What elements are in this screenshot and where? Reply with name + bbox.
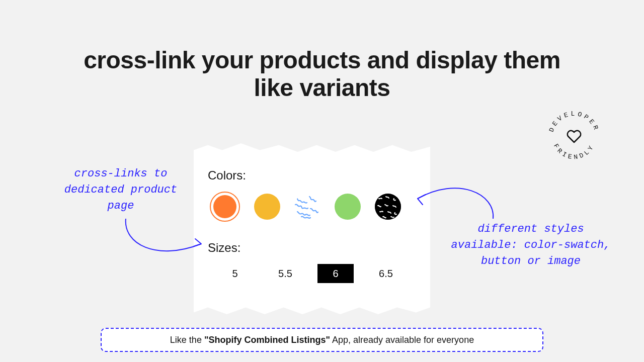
size-option-selected[interactable]: 6 (317, 264, 354, 283)
color-swatch-yellow[interactable] (254, 194, 280, 220)
color-swatch-orange[interactable] (210, 192, 240, 222)
color-swatch-black-pattern[interactable] (375, 194, 401, 220)
page-headline: cross-link your products and display the… (70, 46, 574, 102)
color-swatch-row (210, 192, 415, 222)
sizes-label: Sizes: (208, 241, 415, 255)
product-variant-card: Colors: (194, 143, 430, 314)
annotation-styles: different styles available: color-swatch… (443, 221, 619, 269)
color-swatch-green[interactable] (335, 194, 361, 220)
annotation-crosslink: cross-links to dedicated product page (55, 166, 186, 214)
svg-text:FRIENDLY: FRIENDLY (552, 142, 596, 161)
size-option[interactable]: 6.5 (368, 264, 404, 283)
svg-text:DEVELOPER: DEVELOPER (547, 110, 600, 133)
heart-icon (568, 131, 581, 142)
size-row: 5 5.5 6 6.5 (217, 264, 415, 283)
arrow-right-icon (413, 173, 498, 224)
footer-callout: Like the "Shopify Combined Listings" App… (101, 328, 543, 352)
colors-label: Colors: (208, 168, 415, 183)
arrow-left-icon (121, 216, 211, 266)
footer-suffix: App, already available for everyone (330, 335, 474, 345)
color-swatch-blue-pattern[interactable] (294, 194, 320, 220)
developer-friendly-badge: DEVELOPER FRIENDLY (546, 110, 602, 165)
footer-prefix: Like the (170, 335, 204, 345)
size-option[interactable]: 5.5 (267, 264, 303, 283)
footer-bold: "Shopify Combined Listings" (204, 335, 330, 345)
size-option[interactable]: 5 (217, 264, 253, 283)
